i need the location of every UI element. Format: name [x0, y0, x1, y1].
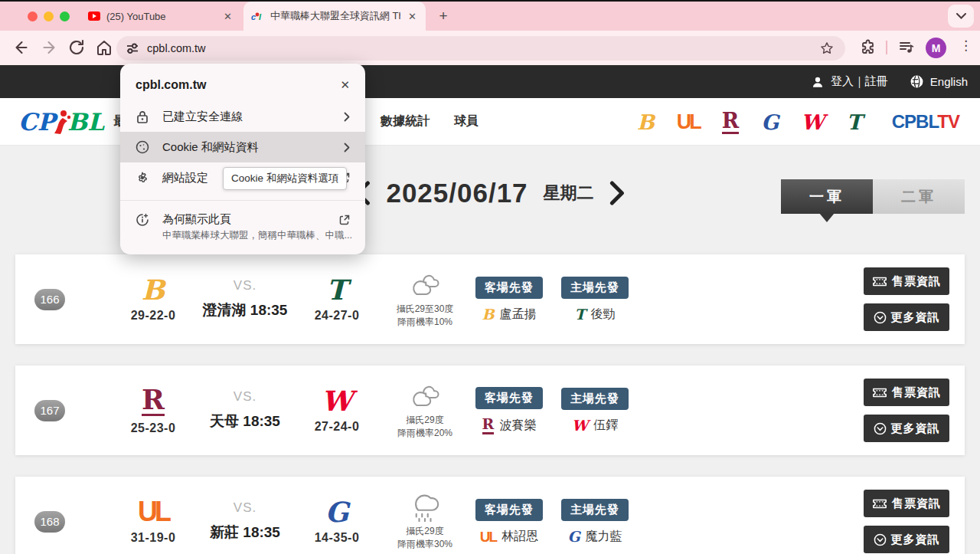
more-info-button[interactable]: 更多資訊: [864, 415, 949, 442]
chevron-right-icon: [344, 112, 350, 122]
logo-pitcher-icon: [51, 109, 71, 135]
team-logo-fubon[interactable]: B: [637, 112, 655, 133]
team-logo-rakuten[interactable]: R: [722, 110, 739, 134]
weather-info: 攝氏29度 降雨機率30%: [383, 493, 467, 549]
lock-icon: [136, 110, 149, 124]
popup-close-icon[interactable]: ✕: [340, 78, 350, 92]
profile-avatar[interactable]: M: [926, 38, 946, 58]
why-page-row[interactable]: 為何顯示此頁 中華職業棒球大聯盟，簡稱中華職棒、中職...: [120, 208, 365, 245]
venue-time: 澄清湖 18:35: [199, 300, 291, 320]
browser-toolbar: cpbl.com.tw M ⋮: [0, 31, 980, 65]
cookies-row[interactable]: Cookie 和網站資料: [120, 132, 365, 162]
tickets-button[interactable]: 售票資訊: [864, 267, 949, 295]
youtube-favicon: [88, 11, 100, 21]
browser-menu-icon[interactable]: ⋮: [959, 38, 972, 54]
away-starter-badge: 客場先發: [475, 277, 543, 299]
home-team-record: 14-35-0: [291, 531, 383, 545]
cpbl-logo[interactable]: CP BL: [18, 108, 104, 136]
fullscreen-window-button[interactable]: [60, 11, 70, 21]
tab-cpbl[interactable]: c l 中華職棒大聯盟全球資訊網 The ✕: [243, 2, 426, 31]
home-pitcher-team-icon: T: [574, 307, 585, 322]
away-team: R 25-23-0: [107, 385, 199, 435]
away-team: UL 31-19-0: [107, 498, 199, 545]
cpbl-tv-link[interactable]: CPBLTV: [892, 111, 959, 133]
nav-item-players[interactable]: 球員: [454, 113, 479, 129]
more-info-button[interactable]: 更多資訊: [864, 526, 949, 553]
rain-cloud-icon: [406, 493, 444, 522]
language-label: English: [930, 75, 968, 88]
team-logo-dragons[interactable]: W: [801, 112, 824, 133]
home-team: W 27-24-0: [291, 387, 383, 434]
language-switcher[interactable]: English: [910, 74, 968, 89]
logo-bl: BL: [67, 108, 104, 136]
team-logo-tsg[interactable]: T: [847, 112, 862, 133]
login-label: 登入｜註冊: [831, 74, 888, 89]
away-team-record: 31-19-0: [107, 531, 199, 545]
toolbar-divider: [886, 41, 887, 54]
external-link-icon: [339, 215, 350, 225]
close-window-button[interactable]: [28, 11, 38, 21]
team-logo-unilions[interactable]: UL: [677, 112, 700, 133]
chevron-circle-icon: [874, 422, 887, 435]
tab-search-chevron-icon[interactable]: [948, 5, 974, 28]
away-team-logo: UL: [107, 498, 199, 526]
away-pitcher-name: 盧孟揚: [500, 307, 537, 323]
url-text[interactable]: cpbl.com.tw: [147, 42, 206, 54]
vs-label: VS.: [199, 389, 291, 405]
home-team-record: 27-24-0: [291, 420, 383, 434]
venue-time: 新莊 18:35: [199, 523, 291, 543]
weather-rain: 降雨機率20%: [383, 427, 467, 439]
vs-label: VS.: [199, 278, 291, 293]
tab-youtube[interactable]: (25) YouTube ✕: [80, 2, 241, 31]
matchup-center: VS. 新莊 18:35: [199, 500, 291, 543]
login-link[interactable]: 登入｜註冊: [811, 74, 888, 89]
home-team-logo: G: [291, 498, 383, 526]
away-pitcher-name: 波賽樂: [499, 418, 536, 434]
new-tab-button[interactable]: +: [433, 6, 453, 26]
home-icon[interactable]: [95, 38, 113, 57]
forward-icon[interactable]: [40, 38, 58, 57]
weather-rain: 降雨機率10%: [383, 316, 467, 328]
vs-label: VS.: [199, 500, 291, 516]
home-pitcher-name: 魔力藍: [586, 529, 622, 545]
ticket-icon: [872, 276, 887, 287]
bookmark-star-icon[interactable]: [819, 41, 835, 56]
back-icon[interactable]: [12, 38, 31, 57]
tab-close-icon[interactable]: ✕: [222, 11, 234, 22]
home-starter-badge: 主場先發: [561, 277, 629, 299]
secure-connection-row[interactable]: 已建立安全連線: [120, 101, 365, 132]
reload-icon[interactable]: [67, 38, 86, 57]
home-team-logo: T: [291, 276, 383, 303]
game-number-badge: 166: [34, 289, 65, 310]
address-bar[interactable]: cpbl.com.tw: [116, 36, 845, 61]
ticket-icon: [872, 498, 887, 510]
away-team-record: 29-22-0: [107, 309, 199, 323]
home-team: T 24-27-0: [291, 276, 383, 323]
tab-title: 中華職棒大聯盟全球資訊網 The: [270, 9, 400, 23]
home-starter-badge: 主場先發: [561, 499, 629, 521]
more-info-button[interactable]: 更多資訊: [864, 303, 949, 331]
weather-rain: 降雨機率30%: [383, 538, 467, 550]
cookies-tooltip: Cookie 和網站資料選項: [223, 167, 347, 190]
tickets-button[interactable]: 售票資訊: [864, 379, 949, 406]
team-logo-brothers[interactable]: G: [761, 112, 779, 133]
tab-first-squad[interactable]: 一軍: [781, 179, 873, 214]
popup-divider: [120, 200, 365, 201]
away-pitcher-team-icon: R: [482, 417, 495, 434]
nav-item-stats[interactable]: 數據統計: [381, 113, 430, 129]
away-starter-badge: 客場先發: [475, 387, 543, 409]
minimize-window-button[interactable]: [44, 11, 54, 21]
tab-close-icon[interactable]: ✕: [407, 11, 418, 22]
game-cards: 166 B 29-22-0 VS. 澄清湖 18:35 T 24-27-0 攝氏…: [15, 254, 965, 554]
home-pitcher: 主場先發 W 伍鐸: [557, 388, 633, 434]
tickets-button[interactable]: 售票資訊: [864, 490, 949, 517]
matchup-center: VS. 澄清湖 18:35: [199, 278, 291, 320]
site-info-tune-icon[interactable]: [126, 41, 139, 55]
home-pitcher-team-icon: W: [572, 418, 588, 433]
next-day-chevron-icon[interactable]: [609, 181, 626, 205]
tab-second-squad[interactable]: 二軍: [873, 179, 965, 214]
game-card-168: 168 UL 31-19-0 VS. 新莊 18:35 G 14-35-0: [15, 477, 965, 554]
window-top-edge: [0, 0, 980, 2]
extensions-icon[interactable]: [859, 38, 877, 57]
media-controls-icon[interactable]: [897, 38, 916, 57]
